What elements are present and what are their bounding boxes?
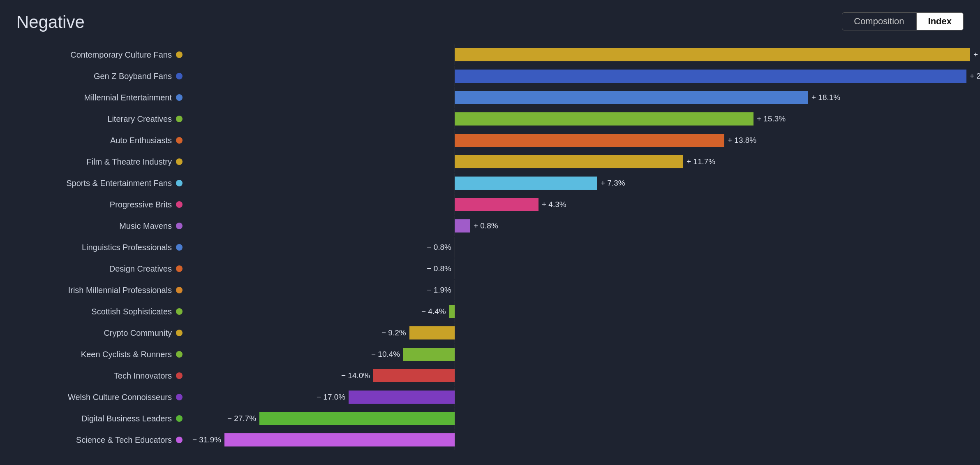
bar (449, 305, 455, 318)
bar-value-label: + 26.4% (970, 50, 980, 59)
row-label: Tech Innovators (114, 371, 172, 381)
row-chart-area: + 13.8% (189, 130, 970, 151)
row-label: Literary Creatives (107, 114, 172, 124)
row-label: Welsh Culture Connoisseurs (68, 393, 172, 402)
bar-value-label: − 10.4% (368, 350, 403, 359)
row-label: Auto Enthusiasts (110, 136, 172, 145)
bar (403, 348, 455, 361)
bar (455, 177, 597, 190)
row-chart-area: − 0.8% (189, 237, 970, 258)
row-label-area: Millennial Entertainment (16, 93, 189, 102)
bar-value-label: − 14.0% (338, 371, 373, 380)
bar-wrapper: − 14.0% (338, 369, 455, 382)
row-label: Contemporary Culture Fans (70, 50, 172, 60)
row-label-area: Gen Z Boyband Fans (16, 72, 189, 81)
row-label: Film & Theatre Industry (87, 157, 172, 167)
row-chart-area: − 17.0% (189, 387, 970, 407)
bar-wrapper: + 11.7% (455, 155, 719, 168)
chart-row: Literary Creatives+ 15.3% (16, 109, 964, 129)
bar (259, 412, 455, 425)
row-dot (176, 330, 183, 336)
page-title: Negative (16, 12, 964, 32)
row-chart-area: − 10.4% (189, 344, 970, 365)
bar-wrapper: − 27.7% (224, 412, 455, 425)
bar-value-label: − 31.9% (189, 435, 224, 444)
row-label-area: Auto Enthusiasts (16, 136, 189, 145)
bar-wrapper: − 31.9% (189, 433, 455, 446)
row-label: Irish Millennial Professionals (68, 286, 172, 295)
tab-index[interactable]: Index (916, 12, 964, 30)
row-label: Keen Cyclists & Runners (81, 350, 172, 359)
bar-wrapper: − 0.8% (448, 241, 455, 254)
row-dot (176, 94, 183, 101)
bar (455, 198, 539, 211)
row-chart-area: + 26.2% (189, 66, 970, 86)
chart-row: Millennial Entertainment+ 18.1% (16, 87, 964, 108)
chart-row: Progressive Brits+ 4.3% (16, 194, 964, 215)
row-label: Scottish Sophisticates (91, 307, 172, 316)
bar (349, 391, 455, 404)
bar-wrapper: + 15.3% (455, 112, 789, 126)
row-dot (176, 158, 183, 165)
row-label-area: Contemporary Culture Fans (16, 50, 189, 60)
bar (455, 91, 808, 104)
bar-value-label: + 7.3% (597, 179, 629, 188)
row-label: Millennial Entertainment (84, 93, 172, 102)
chart-row: Sports & Entertainment Fans+ 7.3% (16, 173, 964, 193)
bar-value-label: + 0.8% (470, 221, 502, 230)
row-label: Music Mavens (119, 221, 172, 231)
row-label-area: Sports & Entertainment Fans (16, 179, 189, 188)
chart-row: Film & Theatre Industry+ 11.7% (16, 151, 964, 172)
bar (455, 70, 966, 83)
tab-composition[interactable]: Composition (842, 12, 916, 30)
bar (224, 433, 455, 446)
bar-wrapper: + 7.3% (455, 177, 629, 190)
chart-row: Music Mavens+ 0.8% (16, 216, 964, 236)
row-label-area: Digital Business Leaders (16, 414, 189, 423)
row-dot (176, 137, 183, 144)
chart-row: Digital Business Leaders− 27.7% (16, 408, 964, 429)
row-chart-area: + 0.8% (189, 216, 970, 236)
bar-wrapper: + 4.3% (455, 198, 570, 211)
chart-row: Contemporary Culture Fans+ 26.4% (16, 44, 964, 65)
bar-value-label: + 18.1% (808, 93, 844, 102)
row-dot (176, 201, 183, 208)
row-label-area: Progressive Brits (16, 200, 189, 209)
bar (455, 112, 753, 126)
row-chart-area: + 11.7% (189, 151, 970, 172)
row-label-area: Irish Millennial Professionals (16, 286, 189, 295)
row-dot (176, 223, 183, 229)
bar (409, 326, 455, 339)
bar (455, 134, 724, 147)
bar-wrapper: + 13.8% (455, 134, 760, 147)
row-label-area: Science & Tech Educators (16, 435, 189, 445)
row-label-area: Crypto Community (16, 328, 189, 338)
bar-value-label: − 27.7% (224, 414, 259, 423)
row-label: Linguistics Professionals (82, 243, 172, 252)
row-label-area: Design Creatives (16, 264, 189, 274)
bar-value-label: − 4.4% (418, 307, 449, 316)
bar-wrapper: + 0.8% (455, 219, 502, 232)
chart-row: Irish Millennial Professionals− 1.9% (16, 280, 964, 300)
chart-row: Keen Cyclists & Runners− 10.4% (16, 344, 964, 365)
bar-wrapper: − 17.0% (313, 391, 455, 404)
bar (373, 369, 455, 382)
bar-wrapper: − 9.2% (378, 326, 455, 339)
bar (455, 48, 970, 61)
chart-row: Gen Z Boyband Fans+ 26.2% (16, 66, 964, 86)
bar-value-label: − 0.8% (423, 243, 455, 252)
row-label-area: Tech Innovators (16, 371, 189, 381)
bar-wrapper: − 4.4% (418, 305, 455, 318)
chart-row: Crypto Community− 9.2% (16, 323, 964, 343)
row-label-area: Linguistics Professionals (16, 243, 189, 252)
row-chart-area: − 1.9% (189, 280, 970, 300)
row-label: Progressive Brits (110, 200, 172, 209)
bar-value-label: − 9.2% (378, 328, 409, 337)
row-chart-area: − 0.8% (189, 258, 970, 279)
bar-wrapper: − 0.8% (448, 262, 455, 275)
bar-value-label: + 26.2% (966, 72, 980, 81)
row-chart-area: + 15.3% (189, 109, 970, 129)
bar-wrapper: + 26.2% (455, 70, 980, 83)
row-dot (176, 180, 183, 186)
bar-value-label: + 13.8% (724, 136, 760, 145)
